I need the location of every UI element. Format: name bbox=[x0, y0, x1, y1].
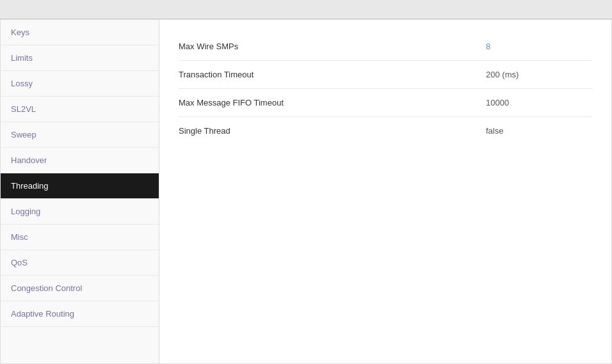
property-label-single-thread: Single Thread bbox=[179, 126, 486, 136]
sidebar-item-sl2vl[interactable]: SL2VL bbox=[1, 97, 159, 122]
sidebar-item-sweep[interactable]: Sweep bbox=[1, 122, 159, 148]
property-label-max-wire-smps: Max Wire SMPs bbox=[179, 42, 486, 51]
sidebar-item-limits[interactable]: Limits bbox=[1, 45, 159, 71]
top-bar bbox=[0, 0, 612, 19]
sidebar-item-threading[interactable]: Threading bbox=[1, 173, 159, 199]
property-row-max-wire-smps: Max Wire SMPs8 bbox=[179, 33, 592, 61]
sidebar-item-lossy[interactable]: Lossy bbox=[1, 71, 159, 97]
sidebar-item-keys[interactable]: Keys bbox=[1, 20, 159, 45]
property-label-max-message-fifo-timeout: Max Message FIFO Timeout bbox=[179, 98, 486, 107]
sidebar-item-logging[interactable]: Logging bbox=[1, 199, 159, 225]
property-value-max-message-fifo-timeout: 10000 bbox=[486, 98, 509, 107]
sidebar-item-congestion-control[interactable]: Congestion Control bbox=[1, 276, 159, 301]
property-value-single-thread: false bbox=[486, 126, 503, 136]
sidebar-item-handover[interactable]: Handover bbox=[1, 148, 159, 173]
property-value-transaction-timeout: 200 (ms) bbox=[486, 70, 519, 79]
content-area: Max Wire SMPs8Transaction Timeout200 (ms… bbox=[159, 20, 611, 363]
property-value-max-wire-smps: 8 bbox=[486, 42, 490, 51]
sidebar-item-qos[interactable]: QoS bbox=[1, 250, 159, 276]
main-container: KeysLimitsLossySL2VLSweepHandoverThreadi… bbox=[0, 19, 612, 364]
property-row-single-thread: Single Threadfalse bbox=[179, 117, 592, 145]
property-label-transaction-timeout: Transaction Timeout bbox=[179, 70, 486, 79]
sidebar-item-misc[interactable]: Misc bbox=[1, 225, 159, 250]
sidebar-item-adaptive-routing[interactable]: Adaptive Routing bbox=[1, 301, 159, 327]
property-row-max-message-fifo-timeout: Max Message FIFO Timeout10000 bbox=[179, 89, 592, 117]
sidebar: KeysLimitsLossySL2VLSweepHandoverThreadi… bbox=[1, 20, 159, 363]
property-row-transaction-timeout: Transaction Timeout200 (ms) bbox=[179, 61, 592, 89]
